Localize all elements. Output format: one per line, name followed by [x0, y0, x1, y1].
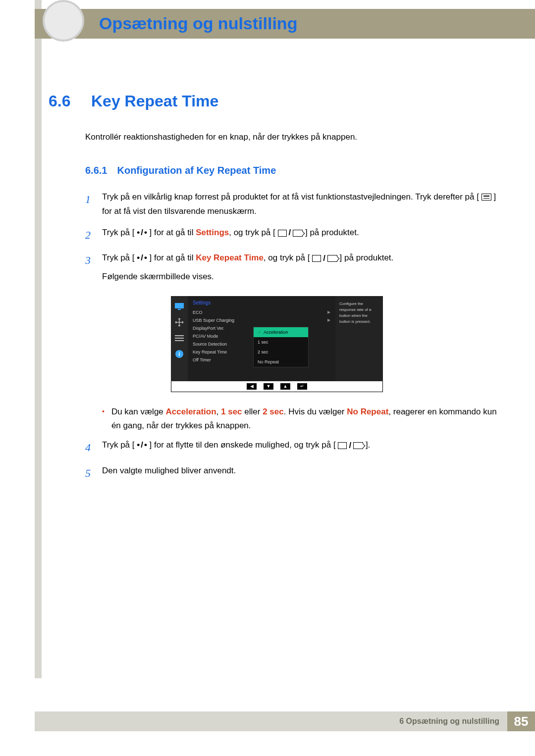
- menu-icon: [482, 194, 491, 201]
- dot-icon: •: [144, 228, 147, 237]
- content: 6.6 Key Repeat Time Kontrollér reaktions…: [49, 92, 505, 489]
- nav-icon: /: [278, 226, 303, 240]
- step-number: 3: [85, 251, 94, 284]
- svg-text:i: i: [178, 351, 180, 357]
- step-body: Tryk på en vilkårlig knap forrest på pro…: [102, 190, 505, 219]
- move-icon: [174, 318, 184, 327]
- step-1: 1 Tryk på en vilkårlig knap forrest på p…: [85, 190, 505, 219]
- text: Tryk på [: [102, 228, 135, 237]
- svg-rect-1: [178, 309, 181, 310]
- osd-title: Settings: [193, 300, 330, 305]
- nav-icon: /: [338, 439, 363, 453]
- text: , og tryk på [: [229, 228, 275, 237]
- highlight: No Repeat: [347, 407, 388, 416]
- section-heading: 6.6 Key Repeat Time: [49, 92, 505, 110]
- intro-text: Kontrollér reaktionshastigheden for en k…: [85, 132, 505, 142]
- nav-icon: /: [312, 252, 337, 266]
- osd-main: Settings ECO▶ USB Super Charging▶ Displa…: [188, 296, 335, 381]
- chapter-circle: [43, 0, 84, 42]
- step-number: 2: [85, 226, 94, 244]
- text: Tryk på [: [102, 440, 135, 450]
- text: Tryk på [: [102, 253, 135, 262]
- dot-icon: •: [137, 440, 140, 450]
- osd-sub-item: No Repeat: [254, 357, 308, 367]
- text: ] på produktet.: [340, 253, 394, 262]
- monitor-icon: [174, 302, 184, 311]
- arrow-right-icon: ▶: [327, 310, 330, 315]
- osd-sidebar: i: [171, 296, 188, 381]
- osd-nav-bar: ◀ ▼ ▲ ↵: [171, 381, 383, 392]
- subsection-number: 6.6.1: [85, 165, 107, 176]
- section-title: Key Repeat Time: [91, 92, 218, 110]
- subsection-heading: 6.6.1 Konfiguration af Key Repeat Time: [85, 165, 505, 176]
- step-number: 4: [85, 438, 94, 456]
- osd-sub-item: 1 sec: [254, 337, 308, 347]
- text: ].: [366, 440, 370, 450]
- step-number: 1: [85, 190, 94, 219]
- highlight: 2 sec: [263, 407, 284, 416]
- highlight: Key Repeat Time: [196, 253, 264, 262]
- osd-screenshot: i Settings ECO▶ USB Super Charging▶ Disp…: [171, 296, 383, 392]
- step-5: 5 Den valgte mulighed bliver anvendt.: [85, 464, 505, 482]
- section-number: 6.6: [49, 92, 80, 110]
- dot-icon: •: [144, 440, 147, 450]
- text: Tryk på en vilkårlig knap forrest på pro…: [102, 192, 479, 202]
- footer-text: 6 Opsætning og nulstilling: [35, 711, 507, 731]
- osd-item: ECO▶: [193, 308, 330, 316]
- chapter-title: Opsætning og nulstilling: [99, 14, 297, 33]
- info-icon: i: [174, 350, 184, 358]
- text: Følgende skærmbillede vises.: [102, 270, 505, 284]
- dot-icon: •: [137, 253, 140, 262]
- highlight: Settings: [196, 228, 229, 237]
- text: ] for at gå til: [150, 253, 196, 262]
- arrow-right-icon: ▶: [327, 318, 330, 323]
- osd-panel: i Settings ECO▶ USB Super Charging▶ Disp…: [171, 296, 383, 381]
- svg-rect-4: [175, 340, 184, 341]
- step-body: Tryk på [ •/• ] for at gå til Key Repeat…: [102, 251, 505, 284]
- nav-down-icon: ▼: [264, 383, 273, 390]
- svg-rect-0: [175, 303, 184, 308]
- osd-sub-item-selected: Acceleration: [254, 327, 308, 337]
- osd-info-text: Configure the response rate of a button …: [335, 296, 383, 381]
- step-number: 5: [85, 464, 94, 482]
- text: ] for at gå til: [150, 228, 196, 237]
- step-body: Tryk på [ •/• ] for at flytte til den øn…: [102, 438, 505, 456]
- step-2: 2 Tryk på [ •/• ] for at gå til Settings…: [85, 226, 505, 244]
- subsection-title: Konfiguration af Key Repeat Time: [117, 165, 276, 176]
- osd-sub-item: 2 sec: [254, 347, 308, 357]
- left-stripe: [35, 0, 42, 678]
- text: ] på produktet.: [305, 228, 359, 237]
- svg-rect-3: [175, 338, 184, 339]
- bullet-item: • Du kan vælge Acceleration, 1 sec eller…: [102, 405, 505, 434]
- highlight: Acceleration: [166, 407, 216, 416]
- list-icon: [174, 334, 184, 343]
- text: , og tryk på [: [264, 253, 310, 262]
- osd-item: USB Super Charging▶: [193, 316, 330, 324]
- dot-icon: •: [144, 253, 147, 262]
- nav-up-icon: ▲: [280, 383, 290, 390]
- highlight: 1 sec: [221, 407, 242, 416]
- footer: 6 Opsætning og nulstilling 85: [35, 711, 535, 731]
- nav-left-icon: ◀: [247, 383, 257, 390]
- bullet-icon: •: [102, 405, 105, 434]
- step-3: 3 Tryk på [ •/• ] for at gå til Key Repe…: [85, 251, 505, 284]
- step-body: Den valgte mulighed bliver anvendt.: [102, 464, 505, 482]
- text: ] for at flytte til den ønskede mulighed…: [150, 440, 336, 450]
- step-4: 4 Tryk på [ •/• ] for at flytte til den …: [85, 438, 505, 456]
- bullet-text: Du kan vælge Acceleration, 1 sec eller 2…: [111, 405, 505, 434]
- step-body: Tryk på [ •/• ] for at gå til Settings, …: [102, 226, 505, 244]
- dot-icon: •: [137, 228, 140, 237]
- page-number: 85: [507, 711, 535, 731]
- svg-rect-2: [175, 335, 184, 336]
- nav-enter-icon: ↵: [297, 383, 307, 390]
- osd-submenu: Acceleration 1 sec 2 sec No Repeat: [253, 327, 309, 367]
